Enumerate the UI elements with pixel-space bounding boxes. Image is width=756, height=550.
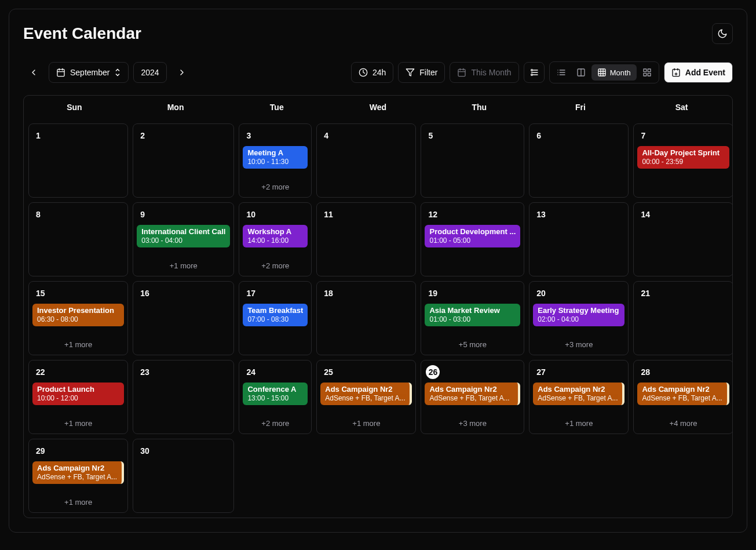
day-cell[interactable]: 10Workshop A14:00 - 16:00+2 more [239, 202, 312, 276]
settings-button[interactable] [524, 62, 545, 83]
more-events-button[interactable]: +1 more [32, 417, 124, 430]
more-events-button[interactable]: +1 more [320, 417, 412, 430]
more-events-button[interactable]: +4 more [637, 417, 729, 430]
more-events-button[interactable]: +1 more [32, 338, 124, 351]
day-cell[interactable]: 22Product Launch10:00 - 12:00+1 more [28, 360, 128, 434]
event-chip[interactable]: Investor Presentation06:30 - 08:00 [32, 304, 124, 326]
year-select[interactable]: 2024 [133, 62, 166, 83]
day-cell[interactable]: 23 [133, 360, 234, 434]
day-cell[interactable]: 11 [316, 202, 416, 276]
clock-icon [359, 68, 368, 77]
event-chip[interactable]: International Client Call03:00 - 04:00 [137, 225, 230, 247]
event-title: Ads Campaign Nr2 [325, 385, 405, 394]
more-events-button[interactable]: +2 more [243, 259, 308, 272]
list-icon [557, 68, 566, 77]
view-month-button[interactable]: Month [591, 64, 637, 81]
view-columns-button[interactable] [572, 64, 590, 81]
prev-month-button[interactable] [23, 62, 44, 83]
day-cell[interactable]: 28Ads Campaign Nr2AdSense + FB, Target A… [633, 360, 733, 434]
more-events-button[interactable]: +2 more [243, 417, 308, 430]
svg-rect-30 [648, 69, 651, 72]
day-cell[interactable]: 7All-Day Project Sprint00:00 - 23:59 [633, 123, 733, 198]
event-chip[interactable]: Conference A13:00 - 15:00 [243, 383, 308, 405]
event-title: Ads Campaign Nr2 [642, 385, 722, 394]
event-chip[interactable]: Product Development ...01:00 - 05:00 [425, 225, 520, 247]
day-cell[interactable]: 29Ads Campaign Nr2AdSense + FB, Target A… [28, 439, 128, 513]
more-events-button[interactable]: +2 more [243, 180, 308, 194]
svg-rect-31 [644, 73, 647, 76]
date-number: 2 [137, 129, 230, 143]
month-grid: 123Meeting A10:00 - 11:30+2 more4567All-… [24, 119, 732, 518]
event-subtitle: 10:00 - 12:00 [37, 394, 119, 403]
date-number: 12 [425, 207, 520, 221]
day-cell[interactable]: 27Ads Campaign Nr2AdSense + FB, Target A… [529, 360, 629, 434]
view-grid-button[interactable] [638, 64, 656, 81]
day-cell[interactable]: 4 [316, 123, 416, 198]
svg-rect-6 [458, 70, 465, 77]
day-cell[interactable]: 5 [421, 123, 524, 198]
event-chip[interactable]: Ads Campaign Nr2AdSense + FB, Target A..… [320, 383, 412, 405]
this-month-button[interactable]: This Month [450, 62, 518, 83]
event-chip[interactable]: Asia Market Review01:00 - 03:00 [425, 304, 520, 326]
more-events-button[interactable]: +3 more [533, 338, 624, 351]
event-chip[interactable]: Workshop A14:00 - 16:00 [243, 225, 308, 247]
day-cell[interactable]: 21 [633, 281, 733, 355]
event-chip[interactable]: Ads Campaign Nr2AdSense + FB, Target A..… [425, 383, 520, 405]
more-events-button[interactable]: +5 more [425, 338, 520, 351]
event-chip[interactable]: Ads Campaign Nr2AdSense + FB, Target A..… [637, 383, 729, 405]
day-cell[interactable]: 16 [133, 281, 234, 355]
month-select[interactable]: September [49, 62, 129, 83]
day-cell[interactable]: 20Early Strategy Meeting02:00 - 04:00+3 … [529, 281, 629, 355]
event-chip[interactable]: Early Strategy Meeting02:00 - 04:00 [533, 304, 624, 326]
sliders-icon [529, 68, 539, 77]
event-chip[interactable]: All-Day Project Sprint00:00 - 23:59 [637, 146, 729, 169]
day-cell[interactable]: 6 [529, 123, 629, 198]
day-cell[interactable]: 15Investor Presentation06:30 - 08:00+1 m… [28, 281, 128, 355]
theme-toggle-button[interactable] [712, 23, 733, 44]
view-list-button[interactable] [552, 64, 571, 81]
more-events-button[interactable]: +3 more [425, 417, 520, 430]
more-events-button[interactable]: +1 more [137, 259, 230, 272]
next-month-button[interactable] [171, 62, 192, 83]
calendar-days-icon [457, 68, 466, 77]
add-event-button[interactable]: Add Event [664, 62, 733, 83]
year-label: 2024 [141, 68, 159, 77]
date-number: 9 [137, 207, 230, 221]
day-cell[interactable]: 3Meeting A10:00 - 11:30+2 more [239, 123, 312, 198]
day-cell[interactable]: 12Product Development ...01:00 - 05:00 [421, 202, 524, 276]
view-month-label: Month [610, 68, 631, 77]
event-subtitle: 00:00 - 23:59 [642, 158, 724, 166]
event-chip[interactable]: Team Breakfast07:00 - 08:30 [243, 304, 308, 326]
event-chip[interactable]: Product Launch10:00 - 12:00 [32, 383, 124, 405]
day-cell[interactable]: 1 [28, 123, 128, 198]
event-subtitle: AdSense + FB, Target A... [325, 394, 405, 403]
day-cell[interactable]: 18 [316, 281, 416, 355]
svg-point-15 [531, 74, 532, 76]
header: Event Calendar [23, 23, 733, 44]
event-chip[interactable]: Meeting A10:00 - 11:30 [243, 146, 308, 169]
event-subtitle: 06:30 - 08:00 [37, 315, 119, 324]
columns-icon [576, 68, 586, 77]
toolbar: September 2024 24h [23, 61, 733, 83]
day-cell[interactable]: 2 [133, 123, 234, 198]
day-cell[interactable]: 17Team Breakfast07:00 - 08:30 [239, 281, 312, 355]
event-chip[interactable]: Ads Campaign Nr2AdSense + FB, Target A..… [533, 383, 624, 405]
more-events-button[interactable]: +1 more [32, 496, 124, 509]
event-subtitle: AdSense + FB, Target A... [642, 394, 722, 403]
day-cell[interactable]: 25Ads Campaign Nr2AdSense + FB, Target A… [316, 360, 416, 434]
day-cell[interactable]: 30 [133, 439, 234, 513]
date-number: 14 [637, 207, 729, 221]
month-label: September [70, 68, 109, 77]
day-cell[interactable]: 26Ads Campaign Nr2AdSense + FB, Target A… [421, 360, 524, 434]
more-events-button[interactable]: +1 more [533, 417, 624, 430]
filter-button[interactable]: Filter [398, 62, 445, 83]
event-chip[interactable]: Ads Campaign Nr2AdSense + FB, Target A..… [32, 461, 124, 484]
day-cell[interactable]: 8 [28, 202, 128, 276]
day-cell[interactable]: 9International Client Call03:00 - 04:00+… [133, 202, 234, 276]
day-cell[interactable]: 24Conference A13:00 - 15:00+2 more [239, 360, 312, 434]
day-cell[interactable]: 13 [529, 202, 629, 276]
calendar-plus-icon [671, 68, 681, 77]
day-cell[interactable]: 14 [633, 202, 733, 276]
day-cell[interactable]: 19Asia Market Review01:00 - 03:00+5 more [421, 281, 524, 355]
time-format-button[interactable]: 24h [351, 62, 393, 83]
